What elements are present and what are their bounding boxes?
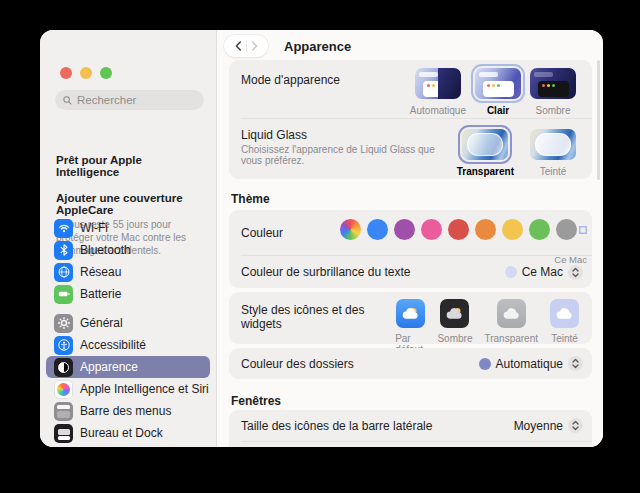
battery-icon [54,285,73,304]
sidebar-item-bluetooth[interactable]: Bluetooth [46,239,210,261]
sidebar-item-label: Accessibilité [80,338,146,352]
swatch-gray[interactable] [556,219,577,240]
icon-style-card: Style des icônes et des widgets Par défa… [229,292,592,344]
sidebar-item-label: Apparence [80,360,138,374]
zoom-button[interactable] [100,67,112,79]
stepper-icon [568,418,583,433]
content-pane: Apparence Mode d'apparence Automa [218,30,603,447]
mode-option-sombre[interactable]: Sombre [530,68,576,116]
color-swatches: Ce Mac [340,219,583,240]
swatch-purple[interactable] [394,219,415,240]
sidebar-item-label: Wi-Fi [80,221,108,235]
search-icon [62,95,73,106]
windows-card: Taille des icônes de la barre latérale M… [229,410,592,447]
sidebar-item-wifi[interactable]: Wi-Fi [46,217,210,239]
folder-color-value: Automatique [496,357,563,371]
sidebar-item-label: Bureau et Dock [80,426,163,440]
dock-icon [54,424,73,443]
sidebar-item-reseau[interactable]: Réseau [46,261,210,283]
icon-style-option-sombre[interactable]: Sombre [437,299,472,355]
back-icon[interactable] [232,39,246,53]
highlight-row: Couleur de surbrillance du texte Ce Mac [229,256,592,288]
sidebar-icon-size-row: Taille des icônes de la barre latérale M… [229,410,592,441]
sidebar-icon-size-value: Moyenne [514,419,563,433]
liquid-glass-option-teinte[interactable]: Teinté [530,129,576,177]
folder-color-label: Couleur des dossiers [241,357,354,371]
sidebar-item-label: Bluetooth [80,243,131,257]
sidebar-icon-size-dropdown[interactable]: Moyenne [514,418,583,433]
icon-style-option-transparent[interactable]: Transparent [484,299,538,355]
mode-automatique-thumbnail [415,68,461,99]
swatch-orange[interactable] [475,219,496,240]
swatch-multicolor[interactable] [340,219,361,240]
traffic-lights [60,67,112,79]
mode-option-automatique[interactable]: Automatique [410,68,466,116]
swatch-red[interactable] [448,219,469,240]
icon-style-row: Style des icônes et des widgets Par défa… [229,292,592,344]
sidebar-icon-size-label: Taille des icônes de la barre latérale [241,419,432,433]
highlight-dropdown[interactable]: Ce Mac [505,265,583,280]
icon-style-sombre-thumbnail [440,299,469,328]
minimize-button[interactable] [80,67,92,79]
liquid-glass-title: Liquid Glass [241,128,457,142]
gear-icon [54,314,73,333]
mode-sombre-thumbnail [530,68,576,99]
folder-color-dropdown[interactable]: Automatique [479,356,583,371]
windows-section-header: Fenêtres [231,394,281,408]
forward-icon[interactable] [247,39,261,53]
mode-option-clair[interactable]: Clair [475,68,521,116]
swatch-blue[interactable] [367,219,388,240]
globe-icon [54,263,73,282]
sidebar-item-general[interactable]: Général [46,312,210,334]
stepper-icon [568,265,583,280]
couleur-row: Couleur Ce Mac [229,210,592,255]
search-placeholder: Rechercher [77,94,136,106]
history-nav [224,35,268,57]
icon-style-label: Style des icônes et des widgets [241,292,395,331]
sidebar-item-barre-des-menus[interactable]: Barre des menus [46,400,210,422]
system-settings-window: Rechercher Prêt pour Apple Intelligence … [40,30,603,447]
highlight-label: Couleur de surbrillance du texte [241,265,410,279]
bluetooth-icon [54,241,73,260]
close-button[interactable] [60,67,72,79]
sidebar-group-network: Wi-Fi Bluetooth Réseau Batterie [46,217,210,305]
theme-section-header: Thème [231,192,270,206]
liquid-glass-option-transparent[interactable]: Transparent [457,129,514,177]
icon-style-default-thumbnail [396,299,425,328]
sidebar: Rechercher Prêt pour Apple Intelligence … [40,30,217,447]
sidebar-item-label: Réseau [80,265,121,279]
sidebar-item-apparence[interactable]: Apparence [46,356,210,378]
wifi-icon [54,219,73,238]
icon-style-option-par-defaut[interactable]: Par défaut [395,299,425,355]
sidebar-item-accessibilite[interactable]: Accessibilité [46,334,210,356]
applecare-title[interactable]: Ajouter une couverture AppleCare [56,192,206,216]
swatch-green[interactable] [529,219,550,240]
sidebar-item-apple-intelligence-siri[interactable]: Apple Intelligence et Siri [46,378,210,400]
sidebar-item-label: Général [80,316,123,330]
apple-intelligence-ready-label: Prêt pour Apple Intelligence [56,154,206,178]
scrollbar[interactable] [597,60,600,180]
appearance-mode-card: Mode d'apparence Automatique [229,60,592,179]
sidebar-group-system: Général Accessibilité Apparence Apple In… [46,312,210,444]
sidebar-item-label: Barre des menus [80,404,171,418]
sidebar-item-batterie[interactable]: Batterie [46,283,210,305]
highlight-color-dot [505,266,517,278]
stepper-icon [568,356,583,371]
liquid-glass-row: Liquid Glass Choisissez l'apparence de L… [229,119,592,179]
swatch-pink[interactable] [421,219,442,240]
content-header: Apparence [224,34,351,58]
search-input[interactable]: Rechercher [55,90,204,110]
icon-style-option-teinte[interactable]: Teinté [550,299,579,355]
sidebar-item-label: Apple Intelligence et Siri [80,382,209,396]
swatch-yellow[interactable] [502,219,523,240]
swatch-caption: Ce Mac [554,254,587,265]
page-title: Apparence [284,39,351,54]
mode-row: Mode d'apparence Automatique [229,60,592,118]
couleur-label: Couleur [241,226,283,240]
sidebar-item-bureau-et-dock[interactable]: Bureau et Dock [46,422,210,444]
mode-clair-thumbnail [475,68,521,99]
highlight-value: Ce Mac [522,265,563,279]
liquid-glass-teinte-thumbnail [530,129,576,160]
folder-color-card: Couleur des dossiers Automatique [229,348,592,379]
appearance-icon [54,358,73,377]
